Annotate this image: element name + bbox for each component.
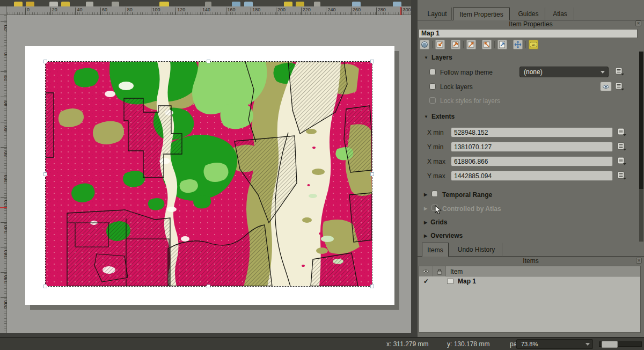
ruler-label: 180 [252, 7, 260, 12]
controlled-by-atlas-section: ▶ [424, 205, 430, 212]
toolbar-icon-fragment[interactable] [232, 2, 240, 6]
layers-section-header[interactable]: ▼Layers [424, 54, 452, 61]
toolbar-icon-fragment[interactable] [393, 2, 401, 6]
selection-handle-bottom-middle[interactable] [207, 285, 210, 288]
ruler-major-tick [201, 8, 201, 15]
ruler-label: 160 [228, 7, 236, 12]
toolbar-icon-fragment[interactable] [284, 2, 292, 6]
close-icon[interactable]: ✕ [635, 20, 641, 26]
toolbar-icon-fragment[interactable] [352, 2, 361, 6]
data-defined-override-icon[interactable] [615, 82, 626, 91]
update-map-preview-icon[interactable] [420, 40, 429, 49]
selection-handle-top-left[interactable] [43, 60, 47, 63]
data-defined-override-icon[interactable] [617, 142, 628, 151]
follow-map-theme-label: Follow map theme [440, 69, 493, 76]
selection-handle-bottom-left[interactable] [43, 285, 47, 288]
vertical-ruler-position-marker [0, 207, 7, 208]
y-max-field[interactable] [451, 171, 613, 181]
zoom-slider-handle[interactable] [602, 341, 618, 348]
toolbar-icon-fragment[interactable] [296, 2, 304, 6]
ruler-label: 40 [77, 7, 82, 12]
selection-handle-top-right[interactable] [370, 60, 374, 63]
zoom-slider[interactable] [599, 341, 642, 347]
layout-canvas[interactable] [7, 15, 411, 333]
ruler-label: 100 [152, 7, 160, 12]
selected-item-header: Map 1 [419, 29, 638, 38]
tab-layout[interactable]: Layout [423, 8, 452, 20]
visibility-column-eye-icon[interactable] [419, 266, 433, 276]
lock-layers-checkbox[interactable] [429, 83, 436, 90]
items-table-row[interactable]: ✓ Map 1 [419, 276, 640, 287]
toolbar-icon-fragment[interactable] [26, 2, 34, 6]
item-visible-checkmark[interactable]: ✓ [423, 278, 429, 285]
ruler-label: 0 [27, 7, 30, 12]
toolbar-icon-fragment[interactable] [314, 2, 320, 6]
toolbar-icon-fragment[interactable] [86, 2, 93, 6]
labeling-settings-icon[interactable]: ab [529, 40, 538, 49]
tab-guides[interactable]: Guides [512, 8, 545, 20]
lock-styles-label: Lock styles for layers [440, 97, 500, 105]
tab-item-properties[interactable]: Item Properties [453, 8, 510, 20]
follow-map-theme-checkbox[interactable] [429, 69, 436, 75]
ruler-label: 140 [202, 7, 210, 12]
data-defined-override-icon[interactable] [617, 157, 628, 165]
ruler-label: 260 [353, 7, 361, 12]
data-defined-override-icon[interactable] [615, 67, 626, 76]
selection-handle-middle-left[interactable] [43, 172, 47, 176]
ruler-major-tick [301, 8, 302, 15]
toolbar-icon-fragment[interactable] [112, 2, 119, 6]
set-map-scale-icon[interactable] [466, 40, 476, 49]
temporal-range-checkbox[interactable] [431, 191, 438, 197]
lock-column-lock-icon[interactable] [433, 266, 446, 276]
interactively-edit-map-extent-icon[interactable] [497, 40, 507, 49]
lock-styles-checkbox [429, 97, 436, 104]
items-tab-strip: Items Undo History [418, 243, 644, 257]
item-row-label[interactable]: Map 1 [458, 278, 476, 285]
extents-section-header[interactable]: ▼Extents [424, 113, 455, 120]
temporal-range-section[interactable]: ▶ [424, 191, 430, 198]
selection-handle-middle-right[interactable] [370, 172, 374, 176]
view-current-map-canvas-extent-icon[interactable] [451, 40, 460, 49]
grids-section[interactable]: ▶Grids [424, 218, 448, 226]
toolbar-icon-fragment[interactable] [14, 2, 23, 6]
data-defined-override-icon[interactable] [617, 128, 628, 136]
panel-scrollbar[interactable] [639, 52, 643, 242]
data-defined-override-icon[interactable] [617, 171, 628, 180]
ruler-major-tick [25, 8, 26, 15]
overviews-section[interactable]: ▶Overviews [424, 232, 463, 239]
item-column-header[interactable]: Item [450, 268, 463, 275]
selection-handle-top-middle[interactable] [207, 60, 210, 63]
tab-atlas[interactable]: Atlas [546, 8, 574, 20]
toolbar-icon-fragment[interactable] [244, 2, 253, 6]
ruler-label: 60 [102, 7, 107, 12]
view-map-scale-icon[interactable] [482, 40, 492, 49]
y-min-field[interactable] [451, 142, 613, 152]
ruler-label: 200 [277, 7, 286, 12]
scrollbar-thumb[interactable] [639, 52, 643, 189]
ruler-label: 80 [127, 7, 133, 12]
tab-items[interactable]: Items [422, 243, 449, 257]
selection-handle-bottom-right[interactable] [370, 285, 374, 288]
toolbar-icon-fragment[interactable] [49, 2, 58, 6]
toolbar-icon-fragment[interactable] [205, 2, 211, 6]
map-item-icon [447, 279, 453, 284]
ruler-major-tick [126, 8, 126, 15]
zoom-level-combo[interactable]: 73.8% [516, 339, 593, 349]
cursor-y-readout: y: 130.178 mm [447, 340, 489, 348]
map-theme-select[interactable]: (none) [519, 67, 609, 77]
toolbar-icon-fragment[interactable] [61, 2, 70, 6]
x-min-field[interactable] [451, 127, 613, 137]
close-icon[interactable]: ✕ [636, 258, 642, 264]
tab-undo-history[interactable]: Undo History [451, 243, 502, 257]
set-map-canvas-extent-icon[interactable] [435, 40, 445, 49]
controlled-by-atlas-label: Controlled by Atlas [442, 205, 501, 213]
ruler-label: 20 [52, 7, 57, 12]
ruler-label: 280 [378, 7, 386, 12]
x-max-field[interactable] [451, 156, 613, 166]
visibility-preset-eye-icon[interactable] [600, 82, 612, 91]
move-map-content-icon[interactable] [513, 40, 523, 49]
y-max-label: Y max [427, 172, 445, 180]
collapse-arrow-icon: ▼ [424, 55, 428, 60]
toolbar-icon-fragment[interactable] [159, 2, 169, 6]
map-item-selection-frame[interactable] [45, 61, 372, 287]
